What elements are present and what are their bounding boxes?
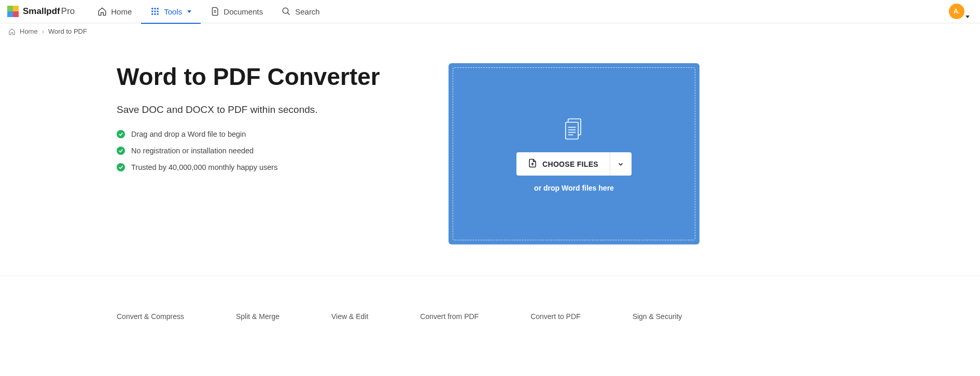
dropzone-inner: CHOOSE FILES or drop Word files here <box>453 67 695 240</box>
category-convert-from-pdf[interactable]: Convert from PDF <box>420 312 479 321</box>
svg-rect-14 <box>566 122 578 139</box>
search-icon <box>282 7 291 16</box>
category-split-merge[interactable]: Split & Merge <box>236 312 279 321</box>
choose-files-button[interactable]: CHOOSE FILES <box>516 152 610 176</box>
brand-logo-icon <box>7 6 19 17</box>
brand-name: SmallpdfPro <box>23 6 75 17</box>
avatar: A. <box>949 4 964 19</box>
category-sign-security[interactable]: Sign & Security <box>633 312 682 321</box>
account-menu[interactable]: A. <box>949 4 970 19</box>
svg-line-12 <box>288 13 290 15</box>
check-icon <box>117 130 125 138</box>
hero: Word to PDF Converter Save DOC and DOCX … <box>117 63 407 244</box>
feature-list: Drag and drop a Word file to begin No re… <box>117 130 407 171</box>
choose-files-dropdown[interactable] <box>610 152 632 176</box>
svg-rect-1 <box>155 8 156 9</box>
documents-icon <box>210 7 219 16</box>
category-convert-compress[interactable]: Convert & Compress <box>117 312 184 321</box>
breadcrumb: Home › Word to PDF <box>0 23 980 39</box>
home-icon <box>8 28 16 35</box>
nav-tools[interactable]: Tools <box>141 0 201 23</box>
svg-rect-7 <box>155 13 156 15</box>
dropzone-container: CHOOSE FILES or drop Word files here <box>449 63 699 244</box>
nav-home-label: Home <box>111 7 132 16</box>
svg-rect-4 <box>155 11 156 12</box>
chevron-down-icon <box>187 10 191 13</box>
svg-rect-0 <box>152 8 153 9</box>
nav-search-label: Search <box>295 7 320 16</box>
chevron-down-icon <box>617 161 624 168</box>
breadcrumb-separator: › <box>42 27 44 35</box>
grid-icon <box>150 7 160 16</box>
svg-point-11 <box>283 8 288 13</box>
check-icon <box>117 163 125 171</box>
feature-item: No registration or installation needed <box>117 147 407 155</box>
feature-item: Trusted by 40,000,000 monthly happy user… <box>117 163 407 171</box>
feature-text: Trusted by 40,000,000 monthly happy user… <box>131 163 277 171</box>
dropzone-hint: or drop Word files here <box>534 184 614 192</box>
svg-rect-8 <box>157 13 159 15</box>
choose-files-label: CHOOSE FILES <box>542 160 598 168</box>
page-subtitle: Save DOC and DOCX to PDF within seconds. <box>117 104 407 115</box>
svg-rect-2 <box>157 8 159 9</box>
breadcrumb-home[interactable]: Home <box>20 27 38 35</box>
nav-items: Home Tools Documents Search <box>88 0 329 23</box>
file-stack-icon <box>561 115 587 144</box>
nav-documents-label: Documents <box>223 7 263 16</box>
svg-rect-5 <box>157 11 159 12</box>
category-row: Convert & Compress Split & Merge View & … <box>117 276 822 321</box>
chevron-down-icon <box>965 16 970 18</box>
svg-rect-6 <box>152 13 153 15</box>
breadcrumb-current: Word to PDF <box>48 27 87 35</box>
upload-icon <box>528 158 537 169</box>
feature-text: No registration or installation needed <box>131 147 254 155</box>
feature-text: Drag and drop a Word file to begin <box>131 130 246 138</box>
top-nav: SmallpdfPro Home Tools Documents <box>0 0 980 23</box>
page-title: Word to PDF Converter <box>117 63 407 91</box>
nav-tools-label: Tools <box>164 7 182 16</box>
nav-search[interactable]: Search <box>272 0 329 23</box>
svg-rect-3 <box>152 11 153 12</box>
choose-files-row: CHOOSE FILES <box>516 152 632 176</box>
home-icon <box>97 7 107 16</box>
main-content: Word to PDF Converter Save DOC and DOCX … <box>117 39 822 276</box>
feature-item: Drag and drop a Word file to begin <box>117 130 407 138</box>
file-dropzone[interactable]: CHOOSE FILES or drop Word files here <box>449 63 699 244</box>
nav-home[interactable]: Home <box>88 0 141 23</box>
category-convert-to-pdf[interactable]: Convert to PDF <box>530 312 580 321</box>
category-view-edit[interactable]: View & Edit <box>331 312 368 321</box>
nav-documents[interactable]: Documents <box>201 0 272 23</box>
brand[interactable]: SmallpdfPro <box>7 6 75 17</box>
check-icon <box>117 147 125 155</box>
